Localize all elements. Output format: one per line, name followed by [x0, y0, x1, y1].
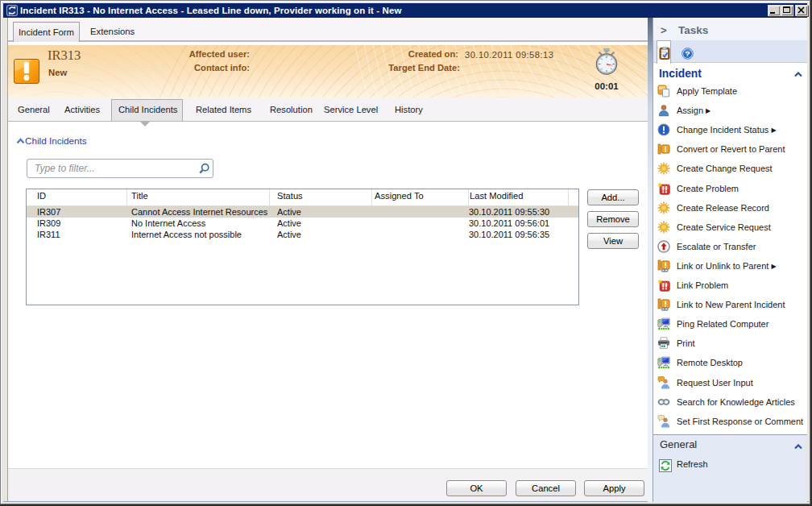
svg-text:?: ? [686, 49, 690, 58]
